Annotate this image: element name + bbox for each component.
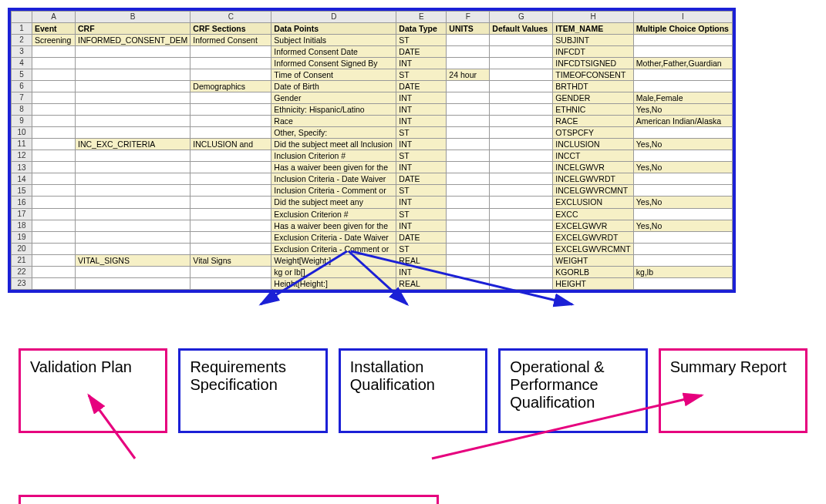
cell: DATE [396, 231, 447, 243]
cell: ST [396, 185, 447, 197]
cell: ETHNIC [553, 103, 633, 115]
cell [490, 277, 553, 289]
cell [190, 150, 271, 162]
cell: Screening [32, 34, 76, 45]
validation-plan-box: Validation Plan [19, 348, 167, 433]
cell [190, 162, 271, 173]
cell [190, 69, 271, 80]
row-number: 4 [12, 57, 32, 69]
cell: REAL [396, 277, 447, 289]
cell [447, 266, 490, 277]
cell: INC_EXC_CRITERIA [76, 139, 190, 150]
cell [447, 197, 490, 208]
cell [76, 92, 190, 103]
cell [76, 197, 190, 208]
cell [32, 69, 76, 80]
cell: VITAL_SIGNS [76, 254, 190, 266]
row-number: 20 [12, 243, 32, 254]
cell [190, 173, 271, 185]
cell: INFCDTSIGNED [553, 57, 633, 69]
row-number: 23 [12, 277, 32, 289]
row-number: 7 [12, 92, 32, 103]
cell [490, 92, 553, 103]
col-B: B [76, 12, 190, 23]
row-number: 11 [12, 139, 32, 150]
cell [190, 231, 271, 243]
row-number: 18 [12, 220, 32, 231]
cell: kg or lb[] [271, 266, 396, 277]
cell [490, 220, 553, 231]
cell [190, 208, 271, 220]
row-number: 21 [12, 254, 32, 266]
row-number: 13 [12, 162, 32, 173]
row-number: 16 [12, 197, 32, 208]
cell [447, 162, 490, 173]
cell: ST [396, 150, 447, 162]
cell [76, 57, 190, 69]
header-cell: Data Type [396, 22, 447, 34]
cell [32, 173, 76, 185]
cell [490, 139, 553, 150]
cell: INFCDT [553, 45, 633, 57]
cell: INT [396, 266, 447, 277]
cell [447, 185, 490, 197]
cell: ST [396, 127, 447, 139]
cell: WEIGHT [553, 254, 633, 266]
cell: INT [396, 197, 447, 208]
cell [447, 254, 490, 266]
cell: Has a waiver been given for the [271, 162, 396, 173]
cell [633, 185, 732, 197]
cell: Yes,No [633, 197, 732, 208]
cell: EXCELGWVR [553, 220, 633, 231]
cell [32, 103, 76, 115]
cell [32, 150, 76, 162]
cell: DATE [396, 45, 447, 57]
cell: RACE [553, 116, 633, 127]
cell [490, 208, 553, 220]
cell: ST [396, 208, 447, 220]
cell [32, 162, 76, 173]
cell [447, 127, 490, 139]
cell: American Indian/Alaska [633, 116, 732, 127]
cell [190, 45, 271, 57]
cell [76, 185, 190, 197]
cell [633, 69, 732, 80]
cell [490, 57, 553, 69]
table-row: 11INC_EXC_CRITERIAINCLUSION andDid the s… [12, 139, 733, 150]
cell [32, 139, 76, 150]
header-cell: Event [32, 22, 76, 34]
cell [76, 266, 190, 277]
cell [490, 150, 553, 162]
cell: INT [396, 57, 447, 69]
col-F: F [447, 12, 490, 23]
cell [447, 116, 490, 127]
cell [490, 127, 553, 139]
cell: Exclusion Criterion # [271, 208, 396, 220]
cell [447, 45, 490, 57]
cell: Gender [271, 92, 396, 103]
cell [76, 45, 190, 57]
header-cell: Default Values [490, 22, 553, 34]
cell: EXCLUSION [553, 197, 633, 208]
row-number: 12 [12, 150, 32, 162]
cell [76, 116, 190, 127]
cell [32, 231, 76, 243]
row-number: 9 [12, 116, 32, 127]
table-row: 19Exclusion Criteria - Date WaiverDATEEX… [12, 231, 733, 243]
row-number: 6 [12, 80, 32, 92]
cell: Informed Consent [190, 34, 271, 45]
cell: Did the subject meet all Inclusion [271, 139, 396, 150]
cell [490, 243, 553, 254]
table-row: 7GenderINTGENDERMale,Female [12, 92, 733, 103]
cell: Inclusion Criteria - Date Waiver [271, 173, 396, 185]
cell: TIMEOFCONSENT [553, 69, 633, 80]
table-row: 3Informed Consent DateDATEINFCDT [12, 45, 733, 57]
cell [490, 116, 553, 127]
cell [32, 277, 76, 289]
header-cell: ITEM_NAME [553, 22, 633, 34]
cell [490, 197, 553, 208]
cell: Yes,No [633, 220, 732, 231]
cell [32, 80, 76, 92]
cell: INT [396, 103, 447, 115]
row-number: 8 [12, 103, 32, 115]
